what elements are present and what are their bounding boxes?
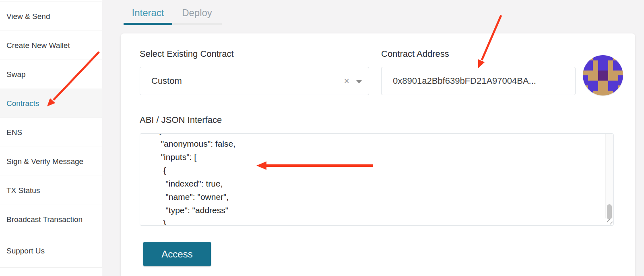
contract-identicon: [583, 55, 623, 95]
abi-json-interface-label: ABI / JSON Interface: [140, 115, 222, 125]
access-button[interactable]: Access: [143, 242, 211, 266]
resize-grip-icon[interactable]: [607, 219, 613, 224]
sidebar-item-sign-verify-message[interactable]: Sign & Verify Message: [0, 147, 102, 176]
sidebar: View & Send Create New Wallet Swap Contr…: [0, 0, 102, 276]
sidebar-item-create-new-wallet[interactable]: Create New Wallet: [0, 31, 102, 60]
select-existing-contract-label: Select Existing Contract: [140, 49, 234, 59]
sidebar-nav: View & Send Create New Wallet Swap Contr…: [0, 2, 102, 268]
tab-interact[interactable]: Interact: [124, 2, 172, 25]
sidebar-item-swap[interactable]: Swap: [0, 60, 102, 89]
scrollbar-track[interactable]: [605, 134, 613, 218]
interact-panel: Select Existing Contract Contract Addres…: [121, 33, 635, 276]
contract-address-label: Contract Address: [381, 49, 449, 59]
chevron-down-icon[interactable]: [356, 80, 362, 83]
existing-contract-select[interactable]: Custom ×: [140, 67, 369, 95]
abi-json-content: { "anonymous": false, "inputs": [ { "ind…: [140, 133, 613, 226]
abi-json-textarea[interactable]: { "anonymous": false, "inputs": [ { "ind…: [140, 133, 614, 226]
clear-icon[interactable]: ×: [344, 67, 349, 95]
sidebar-item-broadcast-transaction[interactable]: Broadcast Transaction: [0, 205, 102, 234]
existing-contract-select-value: Custom: [151, 67, 182, 95]
identicon-grid: [583, 55, 623, 95]
sidebar-item-support-us[interactable]: Support Us: [0, 234, 102, 268]
sidebar-item-view-send[interactable]: View & Send: [0, 2, 102, 31]
contract-tabs: Interact Deploy: [124, 2, 222, 25]
sidebar-item-tx-status[interactable]: TX Status: [0, 176, 102, 205]
contract-address-input[interactable]: [381, 67, 576, 95]
sidebar-item-ens[interactable]: ENS: [0, 118, 102, 147]
contracts-page: View & Send Create New Wallet Swap Contr…: [0, 0, 644, 276]
sidebar-item-contracts[interactable]: Contracts: [0, 89, 102, 118]
scrollbar-thumb[interactable]: [607, 204, 612, 220]
tab-deploy[interactable]: Deploy: [172, 2, 222, 25]
